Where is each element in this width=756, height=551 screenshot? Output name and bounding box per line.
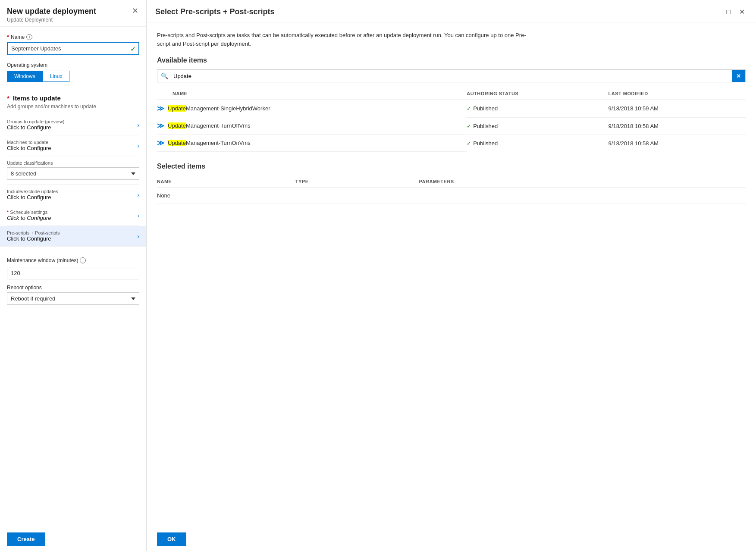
ok-button[interactable]: OK — [157, 532, 186, 546]
config-item-schedule-left: * Schedule settings Click to Configure — [7, 210, 51, 221]
reboot-select-wrap: Reboot if required Always reboot Never r… — [7, 292, 139, 305]
selected-items-table: NAME TYPE PARAMETERS None — [157, 175, 746, 203]
config-item-machines[interactable]: Machines to update Click to Configure › — [7, 135, 139, 156]
available-heading: Available items — [157, 56, 746, 64]
description-text: Pre-scripts and Post-scripts are tasks t… — [157, 31, 528, 48]
name-input[interactable] — [7, 42, 139, 55]
pre-post-chevron-icon: › — [137, 233, 139, 240]
left-panel-subtitle: Update Deployment — [7, 17, 139, 23]
groups-chevron-icon: › — [137, 122, 139, 128]
left-panel-title: New update deployment — [7, 7, 139, 16]
maximize-button[interactable]: □ — [724, 7, 733, 17]
maintenance-label: Maintenance window (minutes) — [7, 257, 78, 263]
config-item-machines-left: Machines to update Click to Configure — [7, 140, 51, 151]
create-button[interactable]: Create — [7, 532, 45, 546]
available-item-modified: 9/18/2018 10:58 AM — [609, 117, 746, 135]
available-item-row[interactable]: ≫UpdateManagement-TurnOffVms✓Published9/… — [157, 117, 746, 135]
col-status-header: AUTHORING STATUS — [467, 88, 608, 100]
classifications-select-wrap: 8 selected — [7, 167, 139, 180]
close-right-panel-button[interactable]: ✕ — [737, 7, 747, 17]
selected-none-text: None — [157, 188, 746, 203]
available-item-name: ≫UpdateManagement-TurnOffVms — [157, 117, 467, 135]
pre-post-top-label: Pre-scripts + Post-scripts — [7, 230, 60, 235]
maintenance-label-row: Maintenance window (minutes) i — [7, 257, 139, 263]
search-input[interactable] — [172, 70, 732, 82]
config-item-schedule[interactable]: * Schedule settings Click to Configure › — [7, 205, 139, 226]
script-icon: ≫ — [157, 122, 164, 130]
groups-top-label: Groups to update (preview) — [7, 119, 64, 124]
available-item-name: ≫UpdateManagement-SingleHybridWorker — [157, 100, 467, 117]
config-item-pre-post[interactable]: Pre-scripts + Post-scripts Click to Conf… — [0, 226, 146, 247]
include-exclude-top-label: Include/exclude updates — [7, 189, 58, 194]
maintenance-info-icon[interactable]: i — [80, 257, 86, 263]
search-icon: 🔍 — [157, 70, 172, 82]
name-check-icon: ✓ — [130, 44, 136, 53]
right-panel-title: Select Pre-scripts + Post-scripts — [155, 7, 275, 16]
left-header: New update deployment Update Deployment … — [0, 0, 146, 27]
items-section-title: * Items to update — [7, 94, 139, 102]
available-item-row[interactable]: ≫UpdateManagement-SingleHybridWorker✓Pub… — [157, 100, 746, 118]
right-body: Pre-scripts and Post-scripts are tasks t… — [147, 22, 756, 527]
schedule-chevron-icon: › — [137, 212, 139, 219]
config-item-include-exclude[interactable]: Include/exclude updates Click to Configu… — [7, 185, 139, 205]
selected-col-type-header: TYPE — [295, 175, 419, 188]
script-icon: ≫ — [157, 104, 164, 113]
search-bar: 🔍 ✕ — [157, 69, 746, 82]
selected-col-params-header: PARAMETERS — [419, 175, 746, 188]
left-panel: New update deployment Update Deployment … — [0, 0, 147, 551]
config-item-classifications: Update classifications 8 selected — [7, 156, 139, 185]
schedule-top-label: Schedule settings — [10, 210, 47, 215]
available-item-status: ✓Published — [467, 117, 608, 135]
available-item-modified: 9/18/2018 10:59 AM — [609, 100, 746, 118]
schedule-top-label-row: * Schedule settings — [7, 210, 51, 215]
right-footer: OK — [147, 527, 756, 551]
name-highlight: Update — [168, 140, 186, 146]
machines-bottom-label: Click to Configure — [7, 145, 51, 151]
available-item-status: ✓Published — [467, 100, 608, 118]
include-exclude-chevron-icon: › — [137, 191, 139, 198]
name-suffix: Management-TurnOnVms — [186, 140, 251, 146]
selected-none-row: None — [157, 188, 746, 203]
classifications-top-label: Update classifications — [7, 160, 53, 166]
selected-heading: Selected items — [157, 163, 746, 170]
script-icon: ≫ — [157, 139, 164, 147]
maintenance-section: Maintenance window (minutes) i — [7, 257, 139, 279]
pre-post-bottom-label: Click to Configure — [7, 235, 60, 242]
os-section: Operating system Windows Linux — [7, 62, 139, 82]
os-label: Operating system — [7, 62, 139, 68]
machines-chevron-icon: › — [137, 142, 139, 149]
available-item-name: ≫UpdateManagement-TurnOnVms — [157, 135, 467, 152]
os-windows-button[interactable]: Windows — [7, 71, 43, 82]
name-field-label-row: * Name i — [7, 34, 139, 40]
machines-top-label: Machines to update — [7, 140, 51, 145]
os-buttons: Windows Linux — [7, 71, 139, 82]
classifications-select[interactable]: 8 selected — [7, 167, 139, 180]
os-linux-button[interactable]: Linux — [43, 71, 70, 82]
name-highlight: Update — [168, 105, 186, 112]
schedule-bottom-label: Click to Configure — [7, 215, 51, 221]
col-modified-header: LAST MODIFIED — [609, 88, 746, 100]
selected-section: Selected items NAME TYPE PARAMETERS None — [157, 163, 746, 203]
close-left-panel-button[interactable]: ✕ — [129, 5, 141, 16]
reboot-label: Reboot options — [7, 285, 139, 291]
left-body: * Name i ✓ Operating system Windows Linu… — [0, 27, 146, 527]
reboot-section: Reboot options Reboot if required Always… — [7, 285, 139, 305]
search-clear-button[interactable]: ✕ — [732, 70, 745, 82]
groups-bottom-label: Click to Configure — [7, 124, 64, 131]
name-info-icon[interactable]: i — [26, 34, 32, 40]
selected-col-name-header: NAME — [157, 175, 295, 188]
reboot-select[interactable]: Reboot if required Always reboot Never r… — [7, 292, 139, 305]
right-header: Select Pre-scripts + Post-scripts □ ✕ — [147, 0, 756, 22]
available-item-row[interactable]: ≫UpdateManagement-TurnOnVms✓Published9/1… — [157, 135, 746, 152]
maintenance-input[interactable] — [7, 267, 139, 279]
config-item-groups-left: Groups to update (preview) Click to Conf… — [7, 119, 64, 131]
config-item-groups[interactable]: Groups to update (preview) Click to Conf… — [7, 115, 139, 135]
config-item-pre-post-left: Pre-scripts + Post-scripts Click to Conf… — [7, 230, 60, 242]
name-input-wrap: ✓ — [7, 42, 139, 55]
include-exclude-bottom-label: Click to Configure — [7, 194, 58, 200]
left-footer: Create — [0, 527, 146, 551]
name-suffix: Management-SingleHybridWorker — [186, 105, 270, 112]
available-item-status: ✓Published — [467, 135, 608, 152]
name-suffix: Management-TurnOffVms — [186, 122, 251, 129]
name-required-star: * — [7, 34, 9, 40]
